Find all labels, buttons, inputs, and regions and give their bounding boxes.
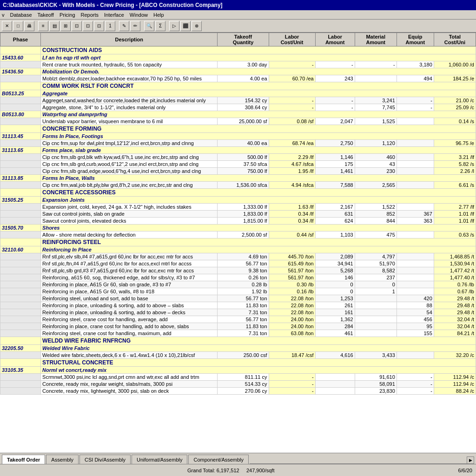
category-desc: Lf an hs eqp rtl wth oprt — [41, 54, 476, 61]
cell-labor-amt: 0 — [315, 281, 355, 288]
section-phase — [0, 82, 41, 90]
cell-takeoff: 11.83 ton — [218, 323, 269, 330]
toolbar-btn-14[interactable]: ⊗ — [192, 21, 202, 31]
cell-labor-amt: 2,167 — [315, 204, 355, 211]
grand-total-value: Grand Total: 6,197,512 247,900/sqft — [187, 468, 275, 473]
cell-material: 23,830 — [355, 388, 397, 395]
cell-takeoff: 1.92 lb — [218, 288, 269, 295]
cell-phase — [0, 118, 41, 125]
toolbar-btn-2[interactable]: □ — [13, 21, 23, 31]
cell-desc: Reinforcing in place, unloading & sortin… — [41, 309, 218, 316]
cell-phase — [0, 381, 41, 388]
cell-material: - — [355, 61, 397, 68]
toolbar-btn-8[interactable]: ⊡ — [94, 21, 104, 31]
section-header-row: CONSTRUCTION AIDS — [0, 46, 476, 54]
cell-desc: Reinforcing in place, unloading & sortin… — [41, 302, 218, 309]
cell-material: 0 — [355, 281, 397, 288]
cell-labor-amt: 7,588 — [315, 182, 355, 189]
tab-component[interactable]: Component/Assembly — [188, 455, 249, 464]
section-header-row: CONCRETE FORMING — [0, 125, 476, 133]
cell-equip — [397, 267, 434, 274]
cell-phase — [0, 231, 41, 238]
toolbar-btn-6[interactable]: ⊡ — [72, 21, 82, 31]
menu-item-pricing[interactable]: Pricing — [60, 12, 75, 18]
cell-material — [355, 309, 397, 316]
tab-uniformat[interactable]: Uniformat/Assembly — [132, 455, 187, 464]
toolbar-btn-7[interactable]: ⊡ — [83, 21, 93, 31]
cell-phase — [0, 211, 41, 218]
cell-labor-amt: 284 — [315, 323, 355, 330]
section-header-row: STRUCTURAL CONCRETE — [0, 359, 476, 367]
toolbar-btn-1[interactable]: ✕ — [2, 21, 12, 31]
category-desc: Forms In Place, Footings — [41, 133, 476, 140]
menu-item-takeoff[interactable]: Takeoff — [38, 12, 54, 18]
header-total: TotalCost/Uni — [434, 33, 476, 46]
main-table: Phase Description TakeoffQuantity LaborC… — [0, 33, 476, 395]
cell-takeoff: 56.77 ton — [218, 295, 269, 302]
menu-item-v[interactable]: v — [2, 12, 5, 18]
cell-labor-amt: 2,750 — [315, 140, 355, 147]
table-row: Aggreget,sand,washed,for concrete,loaded… — [0, 97, 476, 104]
category-row: 15433.60 Lf an hs eqp rtl wth oprt — [0, 54, 476, 61]
cell-material: 1 — [355, 288, 397, 295]
cell-labor-cost: 561.97 /ton — [269, 267, 315, 274]
toolbar-btn-sigma[interactable]: Σ — [155, 21, 165, 31]
cell-phase — [0, 75, 41, 82]
table-row: Concrete, ready mix, lightweight, 3000 p… — [0, 388, 476, 395]
cell-desc: Saw cut control joints, slab on grade — [41, 211, 218, 218]
toolbar-btn-print[interactable]: 🖶 — [24, 21, 34, 31]
toolbar-btn-13[interactable]: ⬛ — [180, 21, 191, 31]
cell-takeoff: 56.77 ton — [218, 316, 269, 323]
cell-phase — [0, 218, 41, 225]
menu-item-database[interactable]: Database — [10, 12, 32, 18]
table-container[interactable]: Phase Description TakeoffQuantity LaborC… — [0, 33, 476, 453]
tab-csi[interactable]: CSI Div/Assembly — [79, 455, 131, 464]
cell-labor-cost: 68.74 /ea — [269, 140, 315, 147]
toolbar-btn-11[interactable]: ✏ — [130, 21, 140, 31]
cell-phase — [0, 267, 41, 274]
cell-labor-cost: 615.49 /ton — [269, 260, 315, 267]
toolbar-btn-4[interactable]: ▤ — [49, 21, 60, 31]
cell-material — [355, 295, 397, 302]
toolbar-btn-9[interactable]: 1 — [105, 21, 115, 31]
toolbar-btn-3[interactable]: ≡ — [38, 21, 48, 31]
category-phase: 31505.70 — [0, 225, 41, 231]
cell-desc: Reinforcing, a615 60, sog, thickened edg… — [41, 274, 218, 281]
section-phase — [0, 189, 41, 197]
cell-labor-amt: - — [315, 97, 355, 104]
cell-equip — [397, 281, 434, 288]
toolbar-btn-12[interactable]: ▷ — [169, 21, 179, 31]
cell-equip — [397, 352, 434, 359]
cell-total: 1.01 /lf — [434, 211, 476, 218]
cell-material — [355, 323, 397, 330]
cell-phase — [0, 154, 41, 161]
cell-material: 1,522 — [355, 204, 397, 211]
menu-item-reports[interactable]: Reports — [81, 12, 99, 18]
cell-equip — [397, 260, 434, 267]
tab-takeoff-order[interactable]: Takeoff Order — [2, 455, 45, 464]
table-row: Reinforcing in place, A615 Gr 60, walls,… — [0, 288, 476, 295]
tab-assembly[interactable]: Assembly — [46, 455, 79, 464]
cell-total: 6.61 /s — [434, 182, 476, 189]
category-phase: 32110.60 — [0, 246, 41, 253]
cell-desc: Concrete, ready mix, regular weight, sla… — [41, 381, 218, 388]
header-material: MaterialAmount — [355, 33, 397, 46]
cell-takeoff: 2,500.00 sf — [218, 231, 269, 238]
menu-item-help[interactable]: Help — [153, 12, 164, 18]
toolbar-btn-10[interactable]: ✎ — [119, 21, 129, 31]
section-title: CONCRETE ACCESSORIES — [41, 189, 476, 197]
section-title: WELDD WIRE FABRIC RNFRCNG — [41, 337, 476, 345]
toolbar-btn-5[interactable]: ⊞ — [60, 21, 71, 31]
table-row: Rnf stl,plc,elv slb,#4 #7,a615,grd 60,in… — [0, 253, 476, 260]
tab-scroll-right[interactable]: ▶ — [467, 456, 474, 464]
category-desc: Aggregate — [41, 90, 476, 97]
cell-labor-amt: 1,103 — [315, 231, 355, 238]
table-row: Rnf stl,plc,slb grd,#3 #7,a615,grd 60,in… — [0, 267, 476, 274]
cell-takeoff: 0.26 ton — [218, 274, 269, 281]
cell-total: 0.14 /s — [434, 118, 476, 125]
menu-item-interface[interactable]: Interface — [104, 12, 124, 18]
menu-item-window[interactable]: Window — [130, 12, 148, 18]
table-row: Reinforcing steel, crane cost for handli… — [0, 316, 476, 323]
toolbar-btn-search[interactable]: 🔍 — [144, 21, 154, 31]
table-row: Underslab vapor barrier, visqueen membra… — [0, 118, 476, 125]
